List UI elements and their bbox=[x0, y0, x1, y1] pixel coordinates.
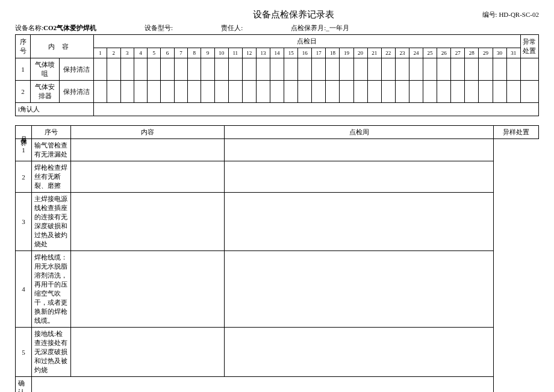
check-cell[interactable] bbox=[107, 58, 120, 81]
exception-cell[interactable] bbox=[225, 251, 494, 328]
check-cell[interactable] bbox=[340, 81, 353, 103]
check-cell[interactable] bbox=[242, 58, 256, 81]
check-cell[interactable] bbox=[201, 81, 214, 103]
row-no: 3 bbox=[16, 193, 32, 251]
check-cell[interactable] bbox=[228, 81, 242, 103]
exception-cell[interactable] bbox=[520, 58, 538, 81]
check-cell[interactable] bbox=[174, 81, 187, 103]
exception-cell[interactable] bbox=[225, 139, 494, 161]
check-cell[interactable] bbox=[381, 81, 395, 103]
check-cell[interactable] bbox=[256, 81, 270, 103]
day-header: 20 bbox=[353, 48, 367, 58]
check-cell[interactable] bbox=[409, 58, 423, 81]
check-cell[interactable] bbox=[71, 328, 225, 377]
check-cell[interactable] bbox=[479, 58, 493, 81]
check-cell[interactable] bbox=[256, 58, 270, 81]
check-cell[interactable] bbox=[465, 81, 479, 103]
check-cell[interactable] bbox=[312, 58, 326, 81]
page-title: 设备点检保养记录表 bbox=[105, 9, 482, 20]
check-cell[interactable] bbox=[326, 81, 340, 103]
day-header: 6 bbox=[161, 48, 174, 58]
check-cell[interactable] bbox=[367, 81, 381, 103]
check-cell[interactable] bbox=[120, 81, 134, 103]
check-cell[interactable] bbox=[93, 58, 107, 81]
check-cell[interactable] bbox=[493, 81, 506, 103]
check-cell[interactable] bbox=[161, 81, 174, 103]
check-cell[interactable] bbox=[284, 81, 298, 103]
row-no: 5 bbox=[16, 328, 32, 377]
check-cell[interactable] bbox=[148, 58, 161, 81]
check-cell[interactable] bbox=[214, 81, 228, 103]
check-cell[interactable] bbox=[326, 58, 340, 81]
check-cell[interactable] bbox=[188, 81, 201, 103]
check-cell[interactable] bbox=[353, 58, 367, 81]
day-header: 3 bbox=[120, 48, 134, 58]
check-cell[interactable] bbox=[284, 58, 298, 81]
day-header: 5 bbox=[148, 48, 161, 58]
check-cell[interactable] bbox=[451, 58, 465, 81]
check-cell[interactable] bbox=[188, 58, 201, 81]
exception-cell[interactable] bbox=[225, 328, 494, 377]
check-cell[interactable] bbox=[506, 58, 520, 81]
check-cell[interactable] bbox=[353, 81, 367, 103]
row-content: 焊枪线缆：用无水脱脂溶剂清洗，再用干的压缩空气吹干，或者更换新的焊枪线缆。 bbox=[32, 251, 71, 328]
check-cell[interactable] bbox=[134, 58, 147, 81]
device-name: CO2气体爱护焊机 bbox=[43, 24, 96, 31]
check-cell[interactable] bbox=[228, 58, 242, 81]
day-header: 30 bbox=[493, 48, 506, 58]
day-header: 21 bbox=[367, 48, 381, 58]
day-header: 31 bbox=[506, 48, 520, 58]
col-exception: 异常处置 bbox=[523, 38, 536, 54]
check-cell[interactable] bbox=[298, 81, 312, 103]
day-header: 4 bbox=[134, 48, 147, 58]
check-cell[interactable] bbox=[312, 81, 326, 103]
check-cell[interactable] bbox=[270, 58, 284, 81]
check-cell[interactable] bbox=[298, 58, 312, 81]
check-cell[interactable] bbox=[506, 81, 520, 103]
day-header: 18 bbox=[326, 48, 340, 58]
check-cell[interactable] bbox=[409, 81, 423, 103]
check-cell[interactable] bbox=[451, 81, 465, 103]
check-cell[interactable] bbox=[340, 58, 353, 81]
check-cell[interactable] bbox=[174, 58, 187, 81]
check-cell[interactable] bbox=[395, 58, 409, 81]
check-cell[interactable] bbox=[465, 58, 479, 81]
day-header: 9 bbox=[201, 48, 214, 58]
check-cell[interactable] bbox=[134, 81, 147, 103]
check-cell[interactable] bbox=[71, 193, 225, 251]
check-cell[interactable] bbox=[71, 139, 225, 161]
check-cell[interactable] bbox=[423, 58, 437, 81]
check-cell[interactable] bbox=[71, 161, 225, 193]
check-cell[interactable] bbox=[493, 58, 506, 81]
info-row: 设备名称:CO2气体爱护焊机 设备型号: 责任人: 点检保养月:_一年月 bbox=[15, 23, 539, 33]
check-cell[interactable] bbox=[242, 81, 256, 103]
check-cell[interactable] bbox=[71, 251, 225, 328]
row-content: 主焊接电源线检查插座的连接有无深度破损和过热及被灼烧处 bbox=[32, 193, 71, 251]
check-cell[interactable] bbox=[479, 81, 493, 103]
exception-cell[interactable] bbox=[520, 81, 538, 103]
check-cell[interactable] bbox=[148, 81, 161, 103]
check-cell[interactable] bbox=[161, 58, 174, 81]
check-cell[interactable] bbox=[395, 81, 409, 103]
check-cell[interactable] bbox=[423, 81, 437, 103]
check-cell[interactable] bbox=[107, 81, 120, 103]
col-checkweek: 点检周 bbox=[225, 126, 494, 139]
row-no: 4 bbox=[16, 251, 32, 328]
device-model: 设备型号: bbox=[145, 23, 173, 33]
row-content: 焊枪检查焊丝有无断裂、磨擦 bbox=[32, 161, 71, 193]
check-cell[interactable] bbox=[214, 58, 228, 81]
check-cell[interactable] bbox=[270, 81, 284, 103]
day-header: 15 bbox=[284, 48, 298, 58]
check-cell[interactable] bbox=[381, 58, 395, 81]
check-cell[interactable] bbox=[367, 58, 381, 81]
exception-cell[interactable] bbox=[225, 193, 494, 251]
check-cell[interactable] bbox=[93, 81, 107, 103]
col-seq: 序号 bbox=[32, 126, 71, 139]
check-cell[interactable] bbox=[201, 58, 214, 81]
check-cell[interactable] bbox=[437, 58, 451, 81]
check-cell[interactable] bbox=[120, 58, 134, 81]
exception-cell[interactable] bbox=[225, 161, 494, 193]
day-header: 24 bbox=[409, 48, 423, 58]
check-cell[interactable] bbox=[437, 81, 451, 103]
day-header: 17 bbox=[312, 48, 326, 58]
